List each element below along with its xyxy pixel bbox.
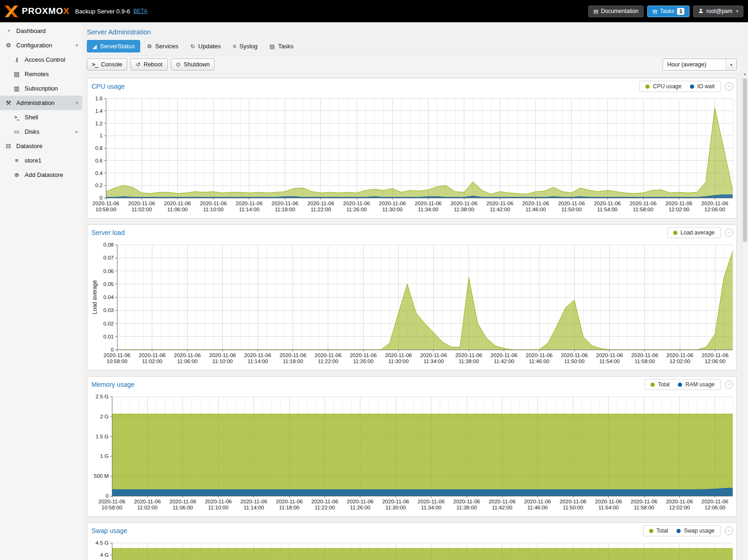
svg-text:0.08: 0.08: [104, 242, 114, 247]
chart-legend: CPU usageIO wait: [639, 81, 721, 92]
documentation-button[interactable]: ▤ Documentation: [588, 6, 644, 17]
svg-text:2020-11-0611:26:00: 2020-11-0611:26:00: [343, 201, 370, 212]
sidebar-item-label: Add Datastore: [25, 171, 63, 178]
sidebar-item-label: store1: [25, 157, 41, 164]
svg-text:2 G: 2 G: [100, 414, 109, 419]
collapse-panel-button[interactable]: −: [725, 527, 733, 535]
collapse-panel-button[interactable]: −: [725, 82, 733, 91]
tab-serverstatus[interactable]: ◢ServerStatus: [87, 40, 140, 52]
timeframe-select[interactable]: Hour (average) ▾: [663, 59, 737, 71]
svg-text:2020-11-0611:58:00: 2020-11-0611:58:00: [631, 352, 658, 364]
legend-dot: [645, 85, 650, 89]
terminal-icon: >_: [13, 115, 20, 120]
reboot-button[interactable]: ↺Reboot: [130, 59, 167, 71]
sidebar-item-access-control[interactable]: ⚷Access Control: [0, 52, 82, 67]
task-list-icon: ▤: [652, 8, 657, 14]
legend-item-cpu-usage[interactable]: CPU usage: [645, 83, 681, 90]
memory-chart-container: 0500 M1 G1.5 G2 G2.5 G2020-11-0610:58:00…: [87, 392, 736, 516]
svg-text:2020-11-0611:30:00: 2020-11-0611:30:00: [379, 201, 406, 212]
sidebar-item-dashboard[interactable]: ◔Dashboard: [0, 24, 82, 38]
svg-text:2020-11-0611:22:00: 2020-11-0611:22:00: [311, 499, 338, 510]
legend-label: RAM usage: [685, 381, 715, 388]
sidebar-item-configuration[interactable]: ⚙Configuration▾: [0, 38, 82, 52]
legend-item-total[interactable]: Total: [650, 381, 670, 388]
svg-text:2020-11-0611:38:00: 2020-11-0611:38:00: [453, 499, 480, 510]
legend-dot: [676, 529, 681, 533]
tab-syslog[interactable]: ≡Syslog: [228, 40, 263, 52]
legend-label: Load average: [681, 229, 715, 236]
svg-text:2020-11-0611:50:00: 2020-11-0611:50:00: [561, 352, 588, 364]
sidebar-item-shell[interactable]: >_Shell: [0, 110, 82, 124]
chevron-down-icon: ▾: [736, 9, 738, 13]
shutdown-label: Shutdown: [184, 61, 210, 68]
legend-item-io-wait[interactable]: IO wait: [690, 83, 715, 90]
scroll-up-arrow[interactable]: ▲: [742, 71, 748, 78]
svg-text:2020-11-0612:06:00: 2020-11-0612:06:00: [702, 352, 728, 364]
power-icon: ⊙: [176, 61, 181, 68]
user-menu-button[interactable]: root@pam ▾: [693, 6, 743, 17]
sidebar-item-add-datastore[interactable]: ⊕Add Datastore: [0, 168, 82, 182]
svg-text:2020-11-0611:10:00: 2020-11-0611:10:00: [200, 201, 227, 212]
legend-item-ram-usage[interactable]: RAM usage: [678, 381, 715, 388]
legend-label: Swap usage: [684, 527, 715, 534]
cpu-chart: 00.20.40.60.811.21.41.62020-11-0610:58:0…: [90, 95, 739, 216]
gear-icon: ⚙: [5, 42, 12, 49]
sidebar-item-subscription[interactable]: ▥Subscription: [0, 81, 82, 96]
svg-text:2020-11-0611:54:00: 2020-11-0611:54:00: [596, 352, 623, 364]
svg-text:2020-11-0610:58:00: 2020-11-0610:58:00: [92, 201, 119, 212]
sidebar-item-datastore[interactable]: ⊟Datastore: [0, 139, 82, 153]
panel-cpu-usage: CPU usageCPU usageIO wait−00.20.40.60.81…: [87, 78, 737, 219]
legend-item-total[interactable]: Total: [649, 527, 668, 534]
tasks-count-badge: 1: [677, 8, 684, 15]
svg-text:1.4: 1.4: [95, 108, 103, 114]
task-list-icon: ▤: [270, 43, 275, 50]
sidebar-item-disks[interactable]: ▭Disks▸: [0, 124, 82, 139]
scrollbar-thumb[interactable]: [743, 78, 747, 242]
legend-item-load-average[interactable]: Load average: [673, 229, 715, 236]
key-icon: ⚷: [13, 56, 20, 63]
svg-text:0.07: 0.07: [104, 255, 114, 260]
swap-chart: 0500 M1 G1.5 G2 G2.5 G3 G3.5 G4 G4.5 G20…: [90, 539, 739, 560]
tab-label: Services: [155, 43, 178, 50]
legend-item-swap-usage[interactable]: Swap usage: [676, 527, 715, 534]
gears-icon: ⚙: [147, 43, 152, 50]
collapse-panel-button[interactable]: −: [725, 380, 733, 389]
beta-link[interactable]: BETA: [133, 8, 147, 14]
panel-load-usage: Server loadLoad average−00.010.020.030.0…: [87, 224, 737, 371]
sidebar-item-administration[interactable]: ⚒Administration▾: [0, 96, 82, 110]
console-button[interactable]: >_Console: [87, 59, 127, 71]
svg-text:2020-11-0612:06:00: 2020-11-0612:06:00: [702, 499, 728, 510]
sidebar-item-label: Configuration: [16, 42, 52, 49]
sidebar-item-store1[interactable]: ≡store1: [0, 153, 82, 168]
svg-text:2020-11-0611:38:00: 2020-11-0611:38:00: [450, 201, 477, 212]
legend-label: Total: [658, 381, 670, 388]
legend-label: CPU usage: [653, 83, 681, 90]
svg-text:0.04: 0.04: [104, 294, 114, 300]
sidebar-item-label: Datastore: [16, 143, 42, 150]
tab-label: ServerStatus: [100, 43, 135, 50]
legend-dot: [650, 383, 655, 387]
svg-text:2020-11-0611:10:00: 2020-11-0611:10:00: [209, 352, 236, 364]
proxmox-logo-mark: [5, 6, 18, 17]
tab-services[interactable]: ⚙Services: [141, 40, 184, 52]
tab-tasks[interactable]: ▤Tasks: [264, 40, 299, 52]
svg-text:2020-11-0612:02:00: 2020-11-0612:02:00: [666, 499, 693, 510]
tab-label: Syslog: [240, 43, 258, 50]
book-icon: ▤: [593, 8, 598, 14]
tasks-button[interactable]: ▤ Tasks 1: [647, 6, 689, 17]
panel-memory-usage: Memory usageTotalRAM usage−0500 M1 G1.5 …: [87, 376, 737, 517]
svg-text:0.2: 0.2: [95, 182, 103, 188]
shutdown-button[interactable]: ⊙Shutdown: [171, 59, 215, 71]
vertical-scrollbar[interactable]: ▲: [741, 71, 748, 560]
sidebar-item-remotes[interactable]: ▤Remotes: [0, 67, 82, 81]
panel-header: CPU usageCPU usageIO wait−: [87, 78, 736, 94]
sidebar-item-label: Dashboard: [16, 27, 46, 34]
svg-text:2020-11-0611:54:00: 2020-11-0611:54:00: [594, 201, 621, 212]
proxmox-logo: PROXMOX: [5, 6, 70, 17]
tab-updates[interactable]: ↻Updates: [185, 40, 226, 52]
svg-text:2020-11-0611:38:00: 2020-11-0611:38:00: [455, 352, 482, 364]
chevron-right-icon: ▸: [76, 129, 78, 134]
collapse-panel-button[interactable]: −: [725, 228, 733, 237]
toolbar: >_Console↺Reboot⊙Shutdown Hour (average)…: [82, 56, 741, 73]
svg-text:2020-11-0612:02:00: 2020-11-0612:02:00: [665, 201, 692, 212]
